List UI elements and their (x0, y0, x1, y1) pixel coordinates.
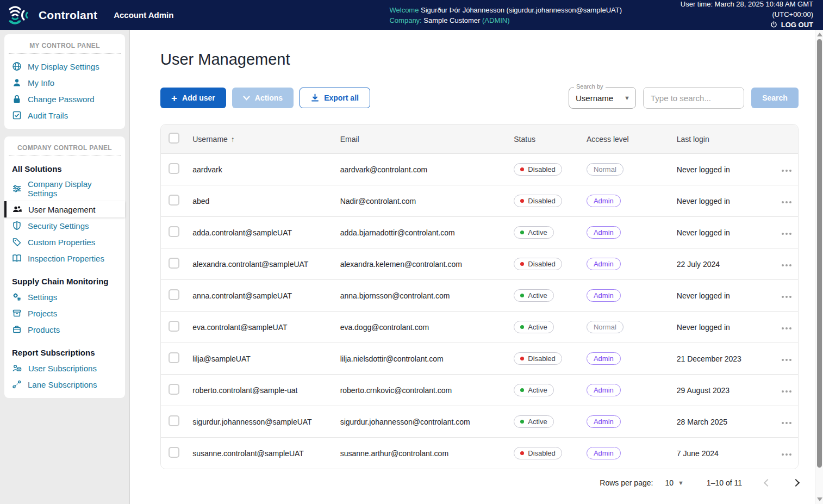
row-checkbox[interactable] (169, 195, 179, 206)
sidebar-item-label: Lane Subscriptions (28, 380, 97, 389)
row-checkbox[interactable] (169, 352, 179, 363)
table-row: alexandra.controlant@sampleUAT alexandra… (161, 248, 798, 280)
row-actions-menu-icon[interactable] (780, 325, 794, 332)
scroll-up-arrow-icon[interactable] (817, 33, 822, 36)
cell-email: Nadir@controlant.com (336, 185, 510, 217)
cell-last-login: Never logged in (672, 312, 775, 343)
shield-icon (12, 221, 22, 231)
row-actions-menu-icon[interactable] (780, 199, 794, 206)
my-control-panel-card: MY CONTROL PANEL My Display Settings My … (4, 34, 125, 129)
scrollbar-thumb[interactable] (817, 39, 822, 468)
add-user-button[interactable]: + Add user (160, 88, 226, 108)
plus-icon: + (171, 93, 177, 103)
group-heading-all-solutions: All Solutions (4, 160, 125, 176)
sidebar-item-security-settings[interactable]: Security Settings (4, 217, 125, 234)
search-button[interactable]: Search (751, 88, 799, 108)
sidebar-item-user-subscriptions[interactable]: User Subscriptions (4, 360, 125, 376)
status-dot-icon (520, 262, 524, 266)
sidebar-item-label: Security Settings (28, 221, 89, 231)
row-checkbox[interactable] (169, 447, 179, 458)
status-dot-icon (520, 294, 524, 297)
column-header-email[interactable]: Email (336, 125, 510, 154)
sidebar-item-label: My Display Settings (28, 62, 99, 71)
export-all-button[interactable]: Export all (300, 88, 370, 108)
table-row: sigurdur.johannesson@sampleUAT sigurdur.… (161, 406, 798, 438)
sidebar-item-my-display-settings[interactable]: My Display Settings (4, 58, 125, 74)
logout-button[interactable]: LOG OUT (770, 20, 813, 30)
sidebar-item-company-display-settings[interactable]: Company Display Settings (4, 176, 125, 201)
status-badge: Disabled (514, 195, 562, 207)
download-icon (311, 94, 319, 102)
sidebar-item-audit-trails[interactable]: Audit Trails (4, 107, 125, 123)
access-badge: Normal (587, 321, 624, 333)
row-checkbox[interactable] (169, 321, 179, 332)
status-dot-icon (520, 388, 524, 392)
sidebar-item-custom-properties[interactable]: Custom Properties (4, 234, 125, 250)
row-checkbox[interactable] (169, 289, 179, 300)
row-checkbox[interactable] (169, 258, 179, 269)
cell-email: sigurdur.johannesson@controlant.com (336, 406, 510, 438)
pagination: Rows per page: 10 ▼ 1–10 of 11 (160, 478, 799, 487)
row-checkbox[interactable] (169, 163, 179, 174)
sidebar-item-lane-subscriptions[interactable]: Lane Subscriptions (4, 376, 125, 393)
column-header-username[interactable]: Username↑ (188, 125, 335, 154)
search-input[interactable] (643, 87, 744, 109)
company-control-panel-title: COMPANY CONTROL PANEL (4, 140, 125, 155)
scroll-down-arrow-icon[interactable] (817, 497, 822, 501)
access-badge: Admin (587, 258, 621, 270)
sidebar-item-products[interactable]: Products (4, 321, 125, 338)
rows-per-page-select[interactable]: 10 ▼ (665, 478, 683, 487)
sidebar-item-user-management[interactable]: User Management (4, 201, 125, 217)
status-dot-icon (520, 357, 524, 360)
cell-username: aardvark (188, 154, 335, 185)
sidebar-item-inspection-properties[interactable]: Inspection Properties (4, 250, 125, 266)
sidebar-item-change-password[interactable]: Change Password (4, 91, 125, 107)
row-actions-menu-icon[interactable] (780, 357, 794, 363)
caret-down-icon: ▼ (678, 480, 684, 486)
row-actions-menu-icon[interactable] (780, 167, 794, 174)
pagination-range: 1–10 of 11 (707, 478, 742, 487)
column-header-access-level[interactable]: Access level (582, 125, 672, 154)
cell-username: eva.controlant@sampleUAT (188, 312, 335, 343)
company-label: Company: (389, 16, 421, 24)
row-actions-menu-icon[interactable] (780, 231, 794, 237)
row-checkbox[interactable] (169, 226, 179, 237)
table-row: aardvark aardvark@controlant.com Disable… (161, 154, 798, 185)
cell-last-login: 7 June 2024 (672, 438, 775, 469)
row-checkbox[interactable] (169, 384, 179, 395)
brand: Controlant (8, 4, 97, 26)
search-by-value: Username (576, 94, 624, 103)
search-area: Search by Username ▼ Search (569, 87, 799, 109)
status-badge: Disabled (514, 447, 562, 459)
next-page-button[interactable] (792, 479, 800, 487)
column-header-last-login[interactable]: Last login (672, 125, 775, 154)
status-dot-icon (520, 231, 524, 234)
row-actions-menu-icon[interactable] (780, 451, 794, 458)
vertical-scrollbar[interactable] (815, 30, 823, 504)
users-table-card: Username↑ Email Status Access level Last… (160, 124, 799, 469)
sidebar-item-label: Products (28, 325, 60, 334)
cell-username: anna.controlant@sampleUAT (188, 280, 335, 312)
select-all-checkbox[interactable] (169, 133, 179, 144)
sidebar-item-projects[interactable]: Projects (4, 305, 125, 321)
sidebar-item-settings[interactable]: Settings (4, 289, 125, 305)
row-actions-menu-icon[interactable] (780, 294, 794, 300)
search-by-select[interactable]: Search by Username ▼ (569, 87, 636, 109)
sidebar-item-label: User Subscriptions (28, 364, 97, 373)
previous-page-button[interactable] (764, 479, 771, 487)
row-actions-menu-icon[interactable] (780, 262, 794, 269)
column-header-status[interactable]: Status (509, 125, 582, 154)
sidebar-item-label: Audit Trails (28, 111, 68, 120)
actions-button[interactable]: Actions (232, 88, 294, 108)
row-actions-menu-icon[interactable] (780, 388, 794, 395)
row-checkbox[interactable] (169, 415, 179, 426)
top-header-bar: Controlant Account Admin Welcome Sigurðu… (0, 0, 823, 30)
sidebar-item-label: Inspection Properties (28, 254, 104, 263)
cell-username: alexandra.controlant@sampleUAT (188, 248, 335, 280)
sidebar-item-my-info[interactable]: My Info (4, 74, 125, 91)
cell-last-login: Never logged in (672, 217, 775, 248)
row-actions-menu-icon[interactable] (780, 420, 794, 426)
app-window: Controlant Account Admin Welcome Sigurðu… (0, 0, 823, 504)
lock-icon (12, 94, 22, 104)
cell-last-login: 28 March 2025 (672, 406, 775, 438)
